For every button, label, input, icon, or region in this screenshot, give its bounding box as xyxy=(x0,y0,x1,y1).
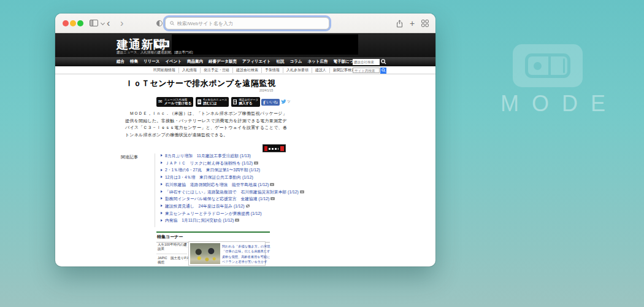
close-button[interactable] xyxy=(63,20,69,26)
bullet-icon xyxy=(161,204,163,207)
primary-nav: 総合 特集 リリース イベント 商品案内 経審データ販売 アフィリエイト 社説 … xyxy=(55,57,435,66)
search-icon xyxy=(170,21,175,26)
edition-badge: 電子版 xyxy=(155,41,169,47)
attachment-icon xyxy=(246,204,250,208)
browser-window: ‹ › + 建通新聞 電子版 建設ニュース、入札情報の建通新聞。[建設専門紙] … xyxy=(55,14,435,266)
nav-item[interactable]: 商品案内 xyxy=(187,59,203,64)
share-icon[interactable] xyxy=(396,20,403,28)
tab-overview-icon[interactable] xyxy=(421,20,429,27)
tweet-button[interactable]: ツ xyxy=(281,99,291,104)
twitter-bird-icon xyxy=(281,99,286,104)
nav-item[interactable]: 経審データ販売 xyxy=(209,59,237,64)
site-tagline: 建設ニュース、入札情報の建通新聞。[建設専門紙] xyxy=(117,50,193,55)
company-data-button[interactable]: 建設会社データ 購入する xyxy=(231,97,260,107)
bullet-icon xyxy=(161,212,163,214)
nav-item[interactable]: コラム xyxy=(289,59,302,64)
mode-wordmark: MODE xyxy=(500,91,618,117)
feature-item[interactable]: 人生100年時代の建設業 xyxy=(158,243,188,251)
address-input[interactable] xyxy=(177,21,324,26)
site-search-button[interactable] xyxy=(380,68,386,74)
bullet-icon xyxy=(161,183,163,185)
archive-news-button[interactable]: 4ヵ年分のニュース 読むには xyxy=(196,97,229,107)
feature-photo[interactable] xyxy=(190,243,220,264)
address-bar[interactable] xyxy=(165,17,329,29)
bullet-icon xyxy=(161,197,163,200)
nav-item[interactable]: 予算情報 xyxy=(261,68,283,73)
article-body: ＭＯＤＥ，Ｉｎｃ．（米国）は、「トンネル排水ポンプ稼働監視パッケージ」提供を開始… xyxy=(125,110,287,138)
browser-toolbar: ‹ › + xyxy=(55,14,435,33)
feature-link[interactable]: 問われる「多様な働き方」の実現 xyxy=(222,244,265,249)
site-header: 建通新聞 電子版 建設ニュース、入札情報の建通新聞。[建設専門紙] xyxy=(55,33,435,57)
camera-icon xyxy=(254,161,258,165)
related-articles-heading: 関連記事 xyxy=(121,154,138,160)
article-action-buttons: ✉ ニュース/入札情報 メールで受け取る 4ヵ年分のニュース 読むには 建設会社… xyxy=(156,97,260,107)
nav-item[interactable]: 特集 xyxy=(130,59,138,64)
nav-item[interactable]: リリース xyxy=(144,59,159,64)
camera-icon xyxy=(235,219,239,222)
related-link[interactable]: 東京センチュリーとテラドローンが業務提携 (1/12) xyxy=(161,210,293,217)
related-link[interactable]: 12月は3・4％増 東日保証公共工事動向 (1/12) xyxy=(161,174,293,181)
search-icon xyxy=(381,68,386,72)
nav-item[interactable]: アフィリエイト xyxy=(242,59,271,64)
related-divider xyxy=(155,154,155,227)
camera-icon xyxy=(270,197,275,200)
nav-item[interactable]: 入札情報 xyxy=(178,68,200,73)
nav-item[interactable]: 建設会社検索 xyxy=(232,68,261,73)
nav-item[interactable]: 発注予定・営繕 xyxy=(200,68,232,73)
inline-ad-banner[interactable] xyxy=(263,144,286,152)
feature-link[interactable]: 「仕事の意味」伝える責務果たす xyxy=(222,249,265,254)
related-link[interactable]: 「砕石すぐにほしい」道路緊急復旧で 石川県建協災害対策本部 (1/12) xyxy=(161,188,293,196)
nav-item[interactable]: 社説 xyxy=(276,59,284,64)
mode-logo-icon xyxy=(513,44,583,87)
mode-switch-glyph xyxy=(525,53,570,78)
feature-highlight-links: 問われる「多様な働き方」の実現 「仕事の意味」伝える責務果たす 柔軟な発想、高齢… xyxy=(222,244,265,265)
facebook-like-button[interactable]: f いいね xyxy=(261,99,280,106)
nav-item[interactable]: 総合 xyxy=(117,59,125,64)
feature-link[interactable]: 柔軟な発想、高齢者雇用を可能に xyxy=(222,254,265,259)
feature-highlight-card[interactable]: 問われる「多様な働き方」の実現 「仕事の意味」伝える責務果たす 柔軟な発想、高齢… xyxy=(188,241,266,266)
related-link[interactable]: 石川県建協 道路啓開対応を増強 能登半島地震 (1/12) xyxy=(161,181,293,188)
nav-item[interactable]: 民間初期情報 xyxy=(150,68,178,73)
bullet-icon xyxy=(161,219,163,222)
related-link[interactable]: 内発協 1月11日に賀詞交歓会 (1/12) xyxy=(161,217,293,224)
header-ad-slot xyxy=(172,34,358,55)
nav-item[interactable]: ネット広告 xyxy=(307,59,328,64)
feature-link[interactable]: ベテランと若手が互いを生かす xyxy=(222,259,265,264)
feature-item[interactable]: JAPIC 国土造りPJ構想 xyxy=(158,256,188,265)
related-link[interactable]: 勤務間インターバル確保など応援宣言 全建協連 (1/12) xyxy=(161,195,293,203)
zoom-button[interactable] xyxy=(77,20,83,26)
article-title: ＩｏＴセンサーで排水ポンプを遠隔監視 xyxy=(125,78,275,89)
bullet-icon xyxy=(161,161,163,164)
secondary-nav: 民間初期情報 入札情報 発注予定・営繕 建設会社検索 予算情報 入札参加要領 建… xyxy=(55,66,435,74)
feature-corner-section: 特集コーナー 人生100年時代の建設業 … JAPIC 国土造りPJ構想 … 問… xyxy=(156,231,270,243)
envelope-icon: ✉ xyxy=(158,99,163,104)
related-link[interactable]: 8カ月ぶり増加 11月建設工事受注総額 (1/13) xyxy=(161,152,293,160)
mail-subscribe-button[interactable]: ✉ ニュース/入札情報 メールで受け取る xyxy=(156,97,193,107)
related-link[interactable]: ＪＡＰＩＣ リスクに耐え得る強靱性を (1/12) xyxy=(161,160,293,167)
related-articles-list: 8カ月ぶり増加 11月建設工事受注総額 (1/13) ＪＡＰＩＣ リスクに耐え得… xyxy=(161,152,293,224)
camera-icon xyxy=(270,183,274,186)
nav-item[interactable]: 入札参加要領 xyxy=(283,68,312,73)
sidebar-icon[interactable] xyxy=(90,20,98,26)
new-tab-icon[interactable]: + xyxy=(410,19,415,28)
facebook-icon: f xyxy=(263,99,265,106)
camera-icon xyxy=(300,190,304,193)
search-icon[interactable] xyxy=(381,59,386,64)
bullet-icon xyxy=(161,190,163,193)
page-settings-icon[interactable] xyxy=(156,20,163,26)
desktop-background: MODE ‹ › + 建通新聞 電子版 xyxy=(0,0,644,307)
list-divider xyxy=(156,254,187,254)
nav-item[interactable]: 建設人 xyxy=(312,68,329,73)
bullet-icon xyxy=(161,176,163,178)
back-button[interactable]: ‹ xyxy=(107,16,110,31)
chevron-down-icon[interactable] xyxy=(101,21,105,25)
site-search-input[interactable] xyxy=(353,68,380,73)
related-link[interactable]: 2・1％増の6・27兆 東日保証第1〜3四半期 (1/12) xyxy=(161,166,293,174)
company-search-input[interactable] xyxy=(353,59,380,65)
related-link[interactable]: 建設投資見通し 24年度は前年並み (1/12) xyxy=(161,203,293,210)
document-icon xyxy=(197,99,201,104)
forward-button[interactable]: › xyxy=(120,16,123,31)
minimize-button[interactable] xyxy=(70,20,76,26)
nav-item[interactable]: イベント xyxy=(165,59,182,64)
article-date: 2024/1/15 xyxy=(259,88,273,92)
